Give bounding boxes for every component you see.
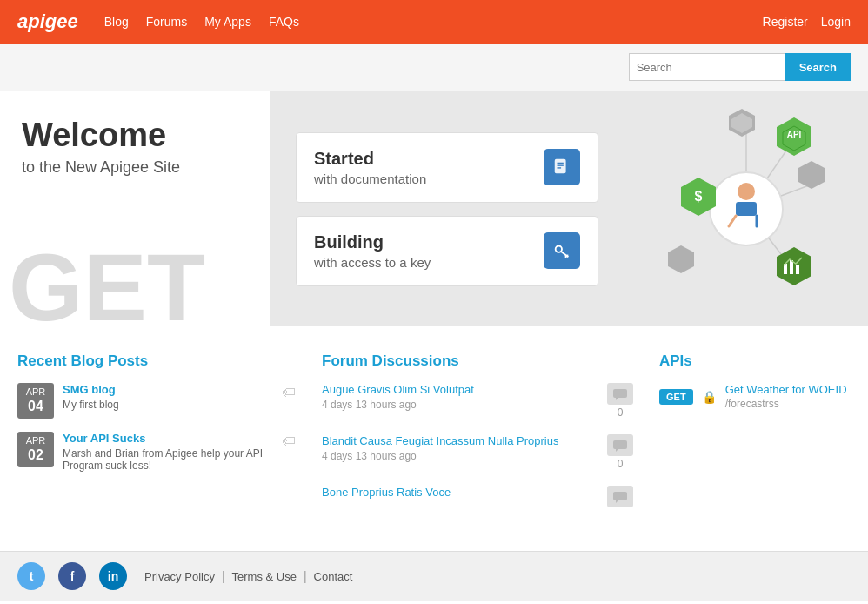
forum-post-content-1: Blandit Causa Feugiat Incassum Nulla Pro… — [322, 434, 598, 462]
hero-card-building-sub: with access to a key — [314, 255, 431, 270]
svg-rect-0 — [555, 159, 566, 174]
blog-date-0: Apr 04 — [17, 383, 54, 419]
forum-title: Forum Discussions — [322, 352, 633, 370]
nav-forums[interactable]: Forums — [146, 15, 187, 29]
forum-post-time-1: 4 days 13 hours ago — [322, 450, 598, 462]
blog-post: Apr 04 SMG blog My first blog 🏷 — [17, 383, 296, 419]
svg-marker-30 — [668, 245, 694, 273]
footer-links: Privacy Policy | Terms & Use | Contact — [144, 569, 352, 583]
svg-marker-29 — [798, 161, 825, 189]
api-item-name[interactable]: Get Weather for WOEID — [725, 383, 847, 396]
blog-title: Recent Blog Posts — [17, 352, 296, 370]
svg-text:$: $ — [695, 189, 703, 204]
search-bar: Search — [0, 44, 868, 91]
terms-use-link[interactable]: Terms & Use — [232, 570, 297, 583]
login-link[interactable]: Login — [821, 15, 851, 29]
hero-illustration: API $ — [624, 91, 868, 326]
svg-rect-15 — [736, 202, 757, 216]
search-input[interactable] — [629, 53, 785, 81]
blog-post-excerpt-1: Marsh and Brian from Apigee help your AP… — [63, 447, 273, 472]
content-section: Recent Blog Posts Apr 04 SMG blog My fir… — [0, 326, 868, 551]
svg-rect-35 — [613, 492, 627, 500]
svg-marker-32 — [616, 398, 618, 400]
svg-rect-33 — [613, 440, 627, 449]
svg-point-14 — [738, 183, 755, 200]
hero-card-started[interactable]: Started with documentation — [296, 132, 598, 203]
forum-post-title-0[interactable]: Augue Gravis Olim Si Volutpat — [322, 383, 598, 396]
hero-card-started-sub: with documentation — [314, 171, 426, 186]
lock-icon: 🔒 — [702, 390, 717, 404]
forum-post-0: Augue Gravis Olim Si Volutpat 4 days 13 … — [322, 383, 633, 419]
tag-icon-1: 🏷 — [282, 433, 296, 449]
header-auth: Register Login — [763, 15, 851, 29]
api-item-info-0: Get Weather for WOEID /forecastrss — [725, 383, 847, 410]
doc-icon — [544, 149, 580, 185]
hero-section: Welcome to the New Apigee Site GET Start… — [0, 91, 868, 326]
forum-comment-count-1: 0 — [607, 434, 633, 470]
footer-sep-1: | — [222, 569, 225, 583]
twitter-icon[interactable]: t — [17, 562, 45, 590]
blog-post-1: Apr 02 Your API Sucks Marsh and Brian fr… — [17, 432, 296, 472]
blog-post-title-0[interactable]: SMG blog — [63, 383, 273, 396]
forum-comment-count-0: 0 — [607, 383, 633, 419]
hero-card-building-text: Building with access to a key — [314, 232, 431, 270]
svg-marker-36 — [616, 500, 618, 503]
api-diagram: API $ — [642, 104, 851, 313]
footer: t f in Privacy Policy | Terms & Use | Co… — [0, 551, 868, 601]
header: apigee Blog Forums My Apps FAQs Register… — [0, 0, 868, 44]
svg-rect-25 — [790, 260, 793, 274]
key-icon — [544, 232, 580, 269]
logo[interactable]: apigee — [17, 10, 78, 33]
blog-date-1: Apr 02 — [17, 432, 54, 467]
svg-rect-31 — [613, 389, 627, 398]
nav-faqs[interactable]: FAQs — [269, 15, 299, 29]
register-link[interactable]: Register — [763, 15, 808, 29]
svg-text:API: API — [787, 130, 802, 139]
blog-post-content-1: Your API Sucks Marsh and Brian from Apig… — [63, 432, 273, 472]
hero-card-building-heading: Building — [314, 232, 431, 252]
api-item-path: /forecastrss — [725, 398, 779, 410]
nav-myapps[interactable]: My Apps — [204, 15, 251, 29]
svg-marker-23 — [777, 247, 811, 285]
hero-card-started-text: Started with documentation — [314, 149, 426, 186]
svg-marker-34 — [616, 449, 618, 452]
comment-icon-0 — [607, 383, 633, 405]
linkedin-icon[interactable]: in — [99, 562, 127, 590]
forum-post-content-2: Bone Proprius Ratis Voce — [322, 486, 598, 501]
blog-post-content-0: SMG blog My first blog — [63, 383, 273, 411]
footer-sep-2: | — [304, 569, 307, 583]
blog-post-excerpt-0: My first blog — [63, 399, 273, 411]
svg-point-4 — [556, 246, 562, 252]
nav-blog[interactable]: Blog — [104, 15, 129, 29]
api-method-badge: GET — [659, 389, 693, 405]
svg-rect-26 — [796, 265, 799, 274]
tag-icon-0: 🏷 — [282, 385, 296, 400]
hero-card-started-heading: Started — [314, 149, 426, 169]
blog-section: Recent Blog Posts Apr 04 SMG blog My fir… — [17, 352, 296, 525]
search-button[interactable]: Search — [785, 53, 851, 81]
hero-left: Welcome to the New Apigee Site GET — [0, 91, 270, 326]
forum-post-title-2[interactable]: Bone Proprius Ratis Voce — [322, 486, 598, 499]
comment-icon-2 — [607, 486, 633, 507]
forum-section: Forum Discussions Augue Gravis Olim Si V… — [322, 352, 633, 525]
hero-card-building[interactable]: Building with access to a key — [296, 216, 598, 286]
api-section: APIs GET 🔒 Get Weather for WOEID /foreca… — [659, 352, 851, 525]
blog-post-title-1[interactable]: Your API Sucks — [63, 432, 273, 445]
forum-post-time-0: 4 days 13 hours ago — [322, 399, 598, 411]
main-nav: Blog Forums My Apps FAQs — [104, 15, 763, 29]
forum-post-title-1[interactable]: Blandit Causa Feugiat Incassum Nulla Pro… — [322, 434, 598, 447]
api-item-0: GET 🔒 Get Weather for WOEID /forecastrss — [659, 383, 851, 410]
welcome-sub: to the New Apigee Site — [22, 158, 248, 177]
hero-cards: Started with documentation Building with… — [270, 91, 624, 326]
hero-get-text: GET — [9, 239, 205, 326]
forum-post-2: Bone Proprius Ratis Voce — [322, 486, 633, 509]
forum-comment-count-2 — [607, 486, 633, 509]
comment-icon-1 — [607, 434, 633, 456]
forum-post-1: Blandit Causa Feugiat Incassum Nulla Pro… — [322, 434, 633, 470]
facebook-icon[interactable]: f — [58, 562, 86, 590]
privacy-policy-link[interactable]: Privacy Policy — [144, 570, 215, 583]
contact-link[interactable]: Contact — [314, 570, 353, 583]
welcome-heading: Welcome — [22, 117, 248, 154]
api-title: APIs — [659, 352, 851, 370]
forum-post-content-0: Augue Gravis Olim Si Volutpat 4 days 13 … — [322, 383, 598, 411]
